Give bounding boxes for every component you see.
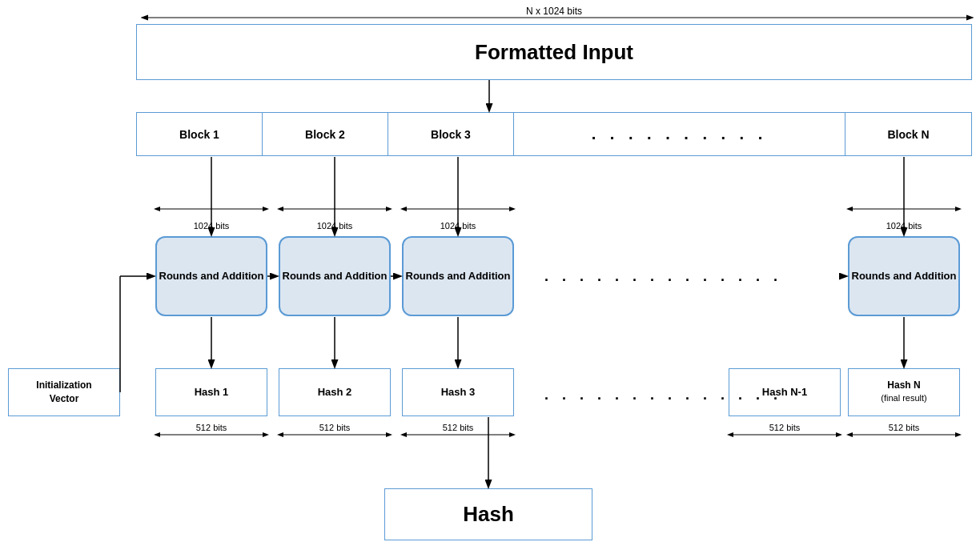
formatted-input-label: Formatted Input (475, 40, 633, 65)
dots-hashes: . . . . . . . . . . . . . . (544, 387, 782, 403)
rounds-label-N: Rounds and Addition (852, 270, 957, 283)
blocks-row: Block 1 Block 2 Block 3 . . . . . . . . … (136, 112, 972, 156)
final-hash-box: Hash (384, 488, 592, 540)
hash-label-N: Hash N(final result) (881, 379, 926, 404)
rounds-box-3: Rounds and Addition (402, 236, 514, 316)
bits-hash3: 512 bits (402, 423, 514, 432)
rounds-label-3: Rounds and Addition (406, 270, 511, 283)
bits-block2: 1024 bits (279, 221, 391, 231)
formatted-input-box: Formatted Input (136, 24, 972, 80)
bits-block1: 1024 bits (155, 221, 267, 231)
hash-box-2: Hash 2 (279, 368, 391, 416)
dots-rounds: . . . . . . . . . . . . . . (544, 268, 782, 285)
bits-hash2: 512 bits (279, 423, 391, 432)
diagram: N x 1024 bits Formatted Input Block 1 Bl… (0, 0, 980, 558)
blockN-cell: Block N (845, 113, 971, 155)
n-bits-text: N x 1024 bits (526, 6, 582, 17)
bits-hashN: 512 bits (848, 423, 960, 432)
rounds-box-1: Rounds and Addition (155, 236, 267, 316)
block2-cell: Block 2 (263, 113, 388, 155)
rounds-box-2: Rounds and Addition (279, 236, 391, 316)
hash-label-1: Hash 1 (195, 386, 229, 399)
block3-cell: Block 3 (388, 113, 514, 155)
rounds-label-1: Rounds and Addition (159, 270, 264, 283)
bits-hashNm1: 512 bits (729, 423, 841, 432)
dots-blocks: . . . . . . . . . . (514, 113, 845, 155)
init-vector-label: InitializationVector (36, 379, 91, 406)
hash-box-3: Hash 3 (402, 368, 514, 416)
n-bits-label: N x 1024 bits (136, 6, 972, 17)
final-hash-label: Hash (463, 502, 514, 527)
hash-box-N: Hash N(final result) (848, 368, 960, 416)
hash-box-1: Hash 1 (155, 368, 267, 416)
bits-hash1: 512 bits (155, 423, 267, 432)
hash-label-2: Hash 2 (318, 386, 352, 399)
hash-label-3: Hash 3 (441, 386, 476, 399)
init-vector-box: InitializationVector (8, 368, 120, 416)
rounds-label-2: Rounds and Addition (283, 270, 388, 283)
rounds-box-N: Rounds and Addition (848, 236, 960, 316)
bits-blockN: 1024 bits (848, 221, 960, 231)
bits-block3: 1024 bits (402, 221, 514, 231)
block1-cell: Block 1 (137, 113, 263, 155)
